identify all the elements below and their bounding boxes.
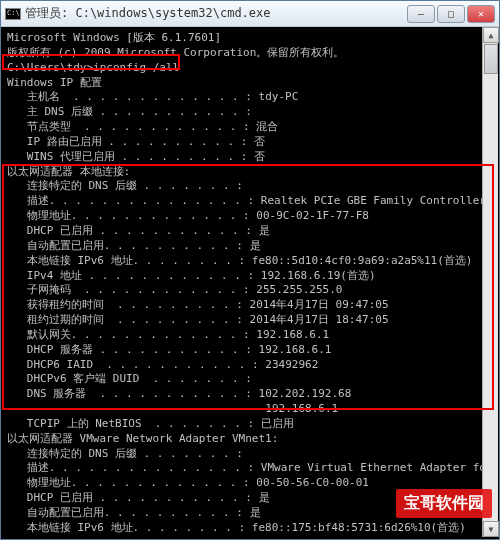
console-line: 本地链接 IPv6 地址. . . . . . . . : fe80::5d10… [7, 254, 493, 269]
console-line: 版权所有 (c) 2009 Microsoft Corporation。保留所有… [7, 46, 493, 61]
console-output[interactable]: Microsoft Windows [版本 6.1.7601]版权所有 (c) … [1, 27, 499, 539]
console-line: WINS 代理已启用 . . . . . . . . . : 否 [7, 150, 493, 165]
console-line: 描述. . . . . . . . . . . . . . . : Realte… [7, 194, 493, 209]
console-line: 自动配置已启用. . . . . . . . . . : 是 [7, 506, 493, 521]
window-buttons: — □ ✕ [407, 5, 495, 23]
console-line: 默认网关. . . . . . . . . . . . . : 192.168.… [7, 328, 493, 343]
console-line: DHCP 服务器 . . . . . . . . . . . : 192.168… [7, 343, 493, 358]
console-line: 以太网适配器 本地连接: [7, 165, 493, 180]
console-line: IP 路由已启用 . . . . . . . . . . : 否 [7, 135, 493, 150]
console-line: DHCP6 IAID . . . . . . . . . . . : 23492… [7, 358, 493, 373]
console-line: 租约过期的时间 . . . . . . . . . : 2014年4月17日 1… [7, 313, 493, 328]
console-line: TCPIP 上的 NetBIOS . . . . . . . : 已启用 [7, 417, 493, 432]
console-line: 本地链接 IPv6 地址. . . . . . . . : fe80::175:… [7, 521, 493, 536]
cmd-window: 管理员: C:\windows\system32\cmd.exe — □ ✕ M… [0, 0, 500, 540]
console-line: 192.168.6.1 [7, 402, 493, 417]
maximize-button[interactable]: □ [437, 5, 465, 23]
console-line: 连接特定的 DNS 后缀 . . . . . . . : [7, 179, 493, 194]
console-line: Microsoft Windows [版本 6.1.7601] [7, 31, 493, 46]
console-line: 主机名 . . . . . . . . . . . . . : tdy-PC [7, 90, 493, 105]
console-line: IPv4 地址 . . . . . . . . . . . . : 192.16… [7, 269, 493, 284]
console-line: 以太网适配器 VMware Network Adapter VMnet1: [7, 432, 493, 447]
console-line: 物理地址. . . . . . . . . . . . . : 00-9C-02… [7, 209, 493, 224]
close-button[interactable]: ✕ [467, 5, 495, 23]
console-line: 节点类型 . . . . . . . . . . . . : 混合 [7, 120, 493, 135]
console-line: 自动配置已启用. . . . . . . . . . : 是 [7, 239, 493, 254]
console-line: DNS 服务器 . . . . . . . . . . . : 102.202.… [7, 387, 493, 402]
console-line: 主 DNS 后缀 . . . . . . . . . . . : [7, 105, 493, 120]
titlebar[interactable]: 管理员: C:\windows\system32\cmd.exe — □ ✕ [1, 1, 499, 27]
console-line: 物理地址. . . . . . . . . . . . . : 00-50-56… [7, 476, 493, 491]
console-line: C:\Users\tdy>ipconfig /all [7, 61, 493, 76]
console-line: 获得租约的时间 . . . . . . . . . : 2014年4月17日 0… [7, 298, 493, 313]
window-title: 管理员: C:\windows\system32\cmd.exe [25, 5, 407, 22]
console-line: 子网掩码 . . . . . . . . . . . . : 255.255.2… [7, 283, 493, 298]
scroll-thumb[interactable] [484, 44, 498, 74]
cmd-icon [5, 8, 21, 20]
scroll-down-button[interactable]: ▼ [483, 521, 499, 537]
scrollbar[interactable]: ▲ ▼ [482, 27, 498, 537]
console-line: 描述. . . . . . . . . . . . . . . : VMware… [7, 461, 493, 476]
scroll-up-button[interactable]: ▲ [483, 27, 499, 43]
console-line: 连接特定的 DNS 后缀 . . . . . . . : [7, 447, 493, 462]
minimize-button[interactable]: — [407, 5, 435, 23]
console-line: DHCP 已启用 . . . . . . . . . . . : 是 [7, 224, 493, 239]
console-line: Windows IP 配置 [7, 76, 493, 91]
console-line: DHCP 已启用 . . . . . . . . . . . : 是 [7, 491, 493, 506]
console-line: DHCPv6 客户端 DUID . . . . . . . : [7, 372, 493, 387]
